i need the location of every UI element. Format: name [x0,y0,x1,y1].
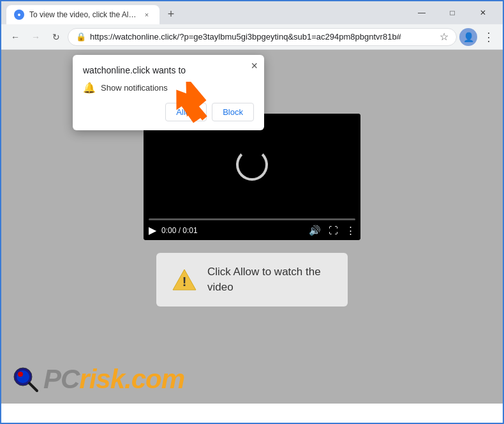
video-controls: ▶ 0:00 / 0:01 🔊 ⛶ ⋮ [144,216,360,240]
more-options-button[interactable]: ⋮ [346,225,355,236]
pcrisk-logo: PCrisk.com [11,364,184,395]
popup-title: watchonline.click wants to [83,65,254,75]
maximize-button[interactable]: □ [438,4,467,22]
forward-button[interactable]: → [27,28,45,46]
svg-marker-0 [167,82,212,126]
progress-bar[interactable] [149,218,355,220]
volume-button[interactable]: 🔊 [309,225,321,236]
loading-spinner [236,149,268,181]
warning-icon: ! [172,267,197,292]
popup-close-button[interactable]: × [251,60,258,72]
pcrisk-pc-text: PC [43,364,79,394]
window-controls: ― □ ✕ [407,4,498,22]
time-display: 0:00 / 0:01 [161,226,304,235]
profile-button[interactable]: 👤 [459,28,477,46]
back-button[interactable]: ← [6,28,24,46]
lock-icon: 🔒 [76,32,86,42]
bookmark-icon[interactable]: ☆ [440,31,448,43]
controls-row: ▶ 0:00 / 0:01 🔊 ⛶ ⋮ [149,224,355,236]
arrow-indicator [154,82,212,135]
pcrisk-logo-icon [11,365,40,393]
new-tab-button[interactable]: + [162,5,180,23]
page-content: × watchonline.click wants to 🔔 Show noti… [1,50,503,404]
reload-button[interactable]: ↻ [47,28,65,46]
tab-close-button[interactable]: × [142,10,152,20]
url-text: https://watchonline.click/?p=ge3taylbmu5… [90,32,436,42]
url-input[interactable]: 🔒 https://watchonline.click/?p=ge3taylbm… [68,28,457,46]
tab-title: To view the video, click the Allow... [29,10,137,19]
address-bar: ← → ↻ 🔒 https://watchonline.click/?p=ge3… [1,24,503,50]
play-button[interactable]: ▶ [149,224,156,236]
browser-tab[interactable]: ● To view the video, click the Allow... … [6,5,159,24]
fullscreen-button[interactable]: ⛶ [329,225,338,236]
svg-point-6 [18,372,23,377]
bell-icon: 🔔 [83,82,96,94]
close-button[interactable]: ✕ [468,4,498,22]
tab-favicon: ● [14,10,24,20]
titlebar: ● To view the video, click the Allow... … [1,1,503,24]
pcrisk-logo-text: PCrisk.com [43,364,184,395]
svg-point-5 [17,370,29,383]
minimize-button[interactable]: ― [407,4,436,22]
menu-button[interactable]: ⋮ [480,28,498,46]
svg-text:!: ! [182,275,187,289]
svg-line-7 [29,383,37,391]
pcrisk-risk-text: risk.com [79,364,184,394]
allow-notification-text: Click Allow to watch the video [207,264,332,295]
block-button[interactable]: Block [212,103,254,121]
allow-notification-box: ! Click Allow to watch the video [156,253,348,307]
